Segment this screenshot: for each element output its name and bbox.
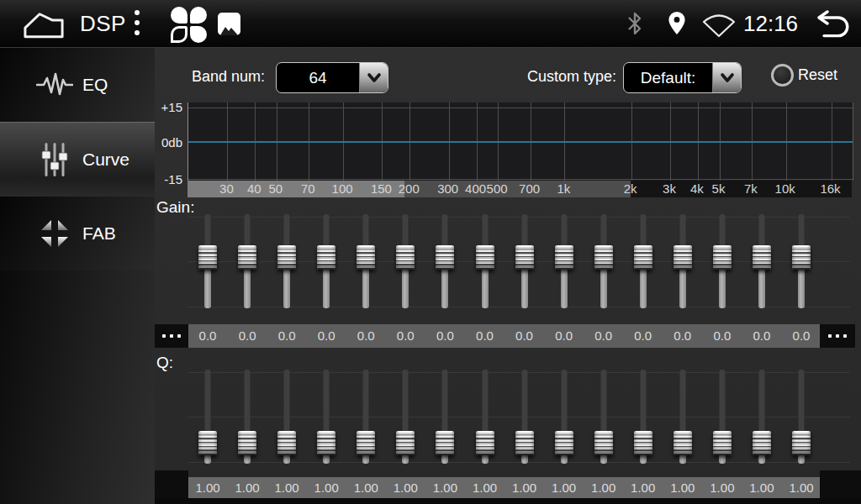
chevron-down-icon [712, 63, 741, 92]
gain-slider[interactable] [515, 210, 535, 312]
q-slider[interactable] [198, 365, 218, 468]
q-slider-thumb[interactable] [317, 431, 335, 455]
q-slider[interactable] [435, 365, 455, 468]
plot-hgridline [188, 179, 853, 180]
gain-slider-thumb[interactable] [594, 245, 613, 270]
custom-type-dropdown[interactable]: Default: [623, 62, 742, 93]
gallery-app-button[interactable] [218, 13, 240, 35]
gain-slider-thumb[interactable] [713, 245, 732, 270]
gain-scroll-right-button[interactable] [820, 324, 855, 348]
plot-hgridline [188, 108, 853, 108]
gain-slider-thumb[interactable] [198, 245, 217, 270]
gain-slider-thumb[interactable] [277, 245, 296, 270]
gain-slider[interactable] [554, 210, 574, 312]
q-slider-thumb[interactable] [515, 431, 534, 455]
band-num-dropdown[interactable]: 64 [276, 62, 388, 93]
gain-slider[interactable] [791, 210, 811, 312]
gain-slider[interactable] [712, 210, 732, 312]
q-slider[interactable] [554, 365, 574, 468]
q-slider-thumb[interactable] [634, 431, 652, 455]
gain-slider[interactable] [594, 210, 614, 312]
gain-slider[interactable] [633, 210, 653, 312]
q-slider[interactable] [237, 365, 257, 468]
slider-track-lower [758, 270, 765, 308]
gain-value: 0.0 [584, 324, 624, 348]
q-slider-thumb[interactable] [792, 431, 811, 455]
back-button[interactable] [809, 10, 853, 39]
slider-track-lower [758, 455, 765, 464]
slider-track-lower [561, 455, 568, 464]
q-slider[interactable] [515, 365, 535, 468]
q-slider[interactable] [752, 365, 772, 468]
q-slider-thumb[interactable] [277, 431, 296, 455]
slider-track-lower [482, 455, 489, 464]
gain-scroll-left-button[interactable] [155, 324, 188, 348]
slider-track-upper [324, 370, 330, 431]
more-icon [177, 334, 181, 338]
gain-slider-thumb[interactable] [792, 245, 811, 270]
q-slider-thumb[interactable] [753, 431, 771, 455]
q-slider-thumb[interactable] [396, 431, 415, 455]
gain-slider-thumb[interactable] [515, 245, 534, 270]
gain-slider-thumb[interactable] [436, 245, 454, 270]
gain-slider-thumb[interactable] [555, 245, 573, 270]
gain-slider-thumb[interactable] [357, 245, 375, 270]
q-slider-thumb[interactable] [713, 431, 732, 455]
q-slider[interactable] [673, 365, 693, 468]
gain-value-strip: 0.00.00.00.00.00.00.00.00.00.00.00.00.00… [188, 324, 820, 348]
q-slider-thumb[interactable] [198, 431, 217, 455]
gain-slider[interactable] [435, 210, 455, 312]
freq-axis: 304050701001502003004005007001k2k3k4k5k7… [188, 181, 852, 197]
gain-slider-thumb[interactable] [673, 245, 692, 270]
sidebar-item-fab[interactable]: FAB [0, 197, 155, 271]
slider-track-lower [640, 455, 647, 464]
q-slider-thumb[interactable] [555, 431, 573, 455]
gain-slider[interactable] [277, 210, 297, 312]
slider-track-upper [245, 214, 251, 245]
q-slider-thumb[interactable] [238, 431, 256, 455]
q-slider-thumb[interactable] [476, 431, 494, 455]
q-slider[interactable] [277, 365, 297, 468]
gain-slider[interactable] [752, 210, 772, 312]
slider-track-upper [600, 214, 606, 245]
q-slider-thumb[interactable] [594, 431, 613, 455]
sidebar-item-curve[interactable]: Curve [0, 122, 155, 197]
q-slider[interactable] [475, 365, 495, 468]
slider-track-lower [561, 270, 568, 308]
gain-slider[interactable] [356, 210, 376, 312]
gain-slider-thumb[interactable] [753, 245, 771, 270]
q-slider[interactable] [594, 365, 614, 468]
overflow-menu-button[interactable] [135, 10, 140, 35]
sidebar-item-label: Curve [82, 150, 129, 170]
gain-slider-thumb[interactable] [634, 245, 652, 270]
sidebar-item-eq[interactable]: EQ [0, 48, 155, 123]
q-slider-thumb[interactable] [673, 431, 692, 455]
q-slider[interactable] [316, 365, 336, 468]
reset-radio[interactable] [771, 64, 794, 87]
wifi-icon [701, 13, 737, 38]
q-slider-thumb[interactable] [357, 431, 375, 455]
gain-slider[interactable] [198, 210, 218, 312]
gain-slider[interactable] [673, 210, 693, 312]
q-slider[interactable] [356, 365, 376, 468]
home-button[interactable] [20, 9, 67, 39]
gain-slider[interactable] [316, 210, 336, 312]
gain-slider-thumb[interactable] [476, 245, 494, 270]
q-slider-thumb[interactable] [436, 431, 454, 455]
slider-track-lower [600, 270, 607, 308]
gain-slider[interactable] [237, 210, 257, 312]
gain-value: 0.0 [742, 324, 782, 348]
gain-slider-thumb[interactable] [238, 245, 256, 270]
q-slider[interactable] [791, 365, 811, 468]
gain-slider[interactable] [395, 210, 415, 312]
q-slider[interactable] [712, 365, 732, 468]
custom-type-label: Custom type: [527, 68, 616, 86]
gain-slider-thumb[interactable] [317, 245, 335, 270]
slider-track-upper [363, 370, 369, 431]
q-slider[interactable] [633, 365, 653, 468]
q-slider[interactable] [395, 365, 415, 468]
slider-track-lower [323, 270, 330, 308]
gain-slider[interactable] [475, 210, 495, 312]
apps-clover-button[interactable] [171, 7, 207, 43]
gain-slider-thumb[interactable] [396, 245, 415, 270]
